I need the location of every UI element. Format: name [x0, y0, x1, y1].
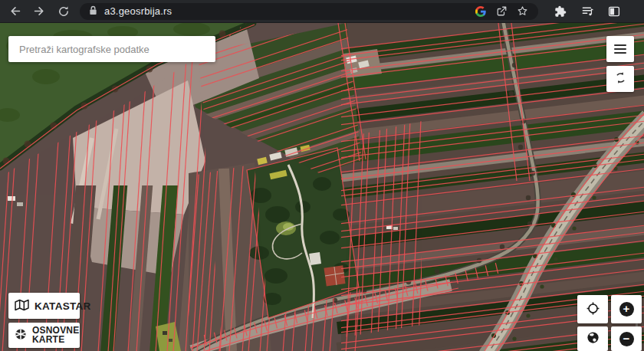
toolbar-extensions-group: [554, 5, 621, 18]
globe-button[interactable]: [577, 326, 608, 351]
osnovne-label-line2: KARTE: [32, 336, 79, 345]
menu-icon: [614, 43, 626, 56]
back-icon[interactable]: [8, 5, 21, 18]
locate-icon: [586, 301, 600, 318]
sync-button[interactable]: [606, 66, 634, 92]
address-bar[interactable]: a3.geosrbija.rs: [80, 3, 538, 20]
zoom-out-icon: −: [619, 332, 634, 346]
layers-menu-button[interactable]: [606, 36, 634, 62]
map-viewport: KATASTAR OSNOVNE KARTE + −: [0, 23, 644, 351]
browser-toolbar: a3.geosrbija.rs: [0, 0, 644, 23]
basemap-icon: [15, 328, 27, 343]
osnovne-karte-button[interactable]: OSNOVNE KARTE: [8, 323, 80, 348]
map-canvas[interactable]: [0, 23, 644, 351]
globe-icon: [586, 330, 600, 347]
lock-icon: [89, 5, 97, 18]
zoom-in-icon: +: [619, 302, 634, 317]
media-controls-icon[interactable]: [580, 5, 594, 18]
sync-icon: [613, 71, 628, 87]
url-text: a3.geosrbija.rs: [104, 5, 172, 17]
google-icon[interactable]: [474, 5, 488, 18]
bookmark-star-icon[interactable]: [515, 5, 529, 18]
search-input[interactable]: [8, 36, 215, 62]
nav-button-group: [0, 5, 80, 18]
zoom-out-button[interactable]: −: [611, 326, 642, 351]
side-panel-icon[interactable]: [607, 5, 621, 18]
locate-button[interactable]: [577, 295, 608, 323]
katastar-label: KATASTAR: [34, 300, 91, 312]
extensions-icon[interactable]: [554, 5, 567, 18]
map-icon: [15, 299, 29, 313]
zoom-in-button[interactable]: +: [611, 295, 642, 323]
reload-icon[interactable]: [57, 5, 71, 18]
share-icon[interactable]: [495, 5, 508, 18]
katastar-button[interactable]: KATASTAR: [8, 293, 80, 319]
forward-icon[interactable]: [32, 5, 46, 18]
